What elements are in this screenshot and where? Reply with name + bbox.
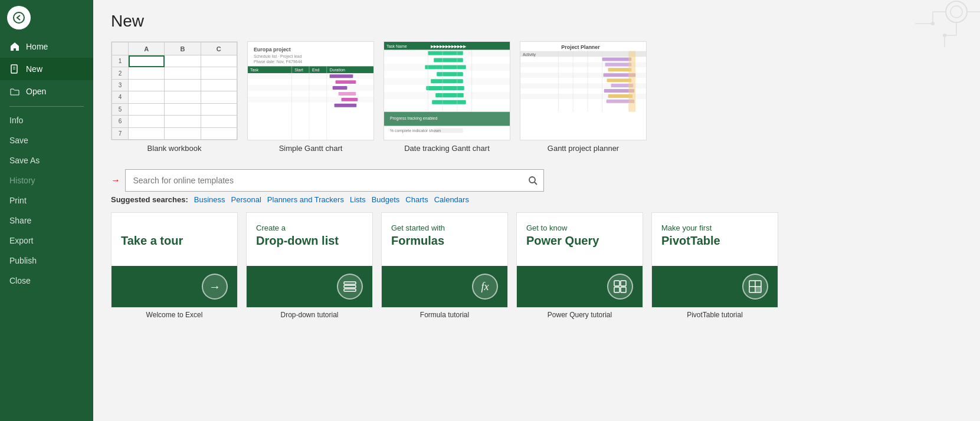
suggested-searches: Suggested searches: Business Personal Pl…: [111, 195, 962, 204]
tag-planners[interactable]: Planners and Trackers: [267, 195, 344, 204]
svg-rect-85: [605, 63, 632, 66]
sidebar-item-print[interactable]: Print: [0, 190, 93, 210]
tutorial-dropdown[interactable]: Create a Drop-down list Drop-down tutori…: [246, 212, 373, 321]
sidebar-divider: [9, 106, 84, 107]
template-gantt-planner[interactable]: Project Planner Activity: [520, 41, 647, 153]
tutorial-pivot-table[interactable]: Make your first PivotTable PivotTable tu…: [651, 212, 778, 321]
sidebar-item-publish[interactable]: Publish: [0, 251, 93, 271]
sidebar-close-label: Close: [9, 276, 31, 285]
sidebar-open-label: Open: [26, 87, 46, 96]
sidebar-save-as-label: Save As: [9, 156, 40, 165]
tutorial-subtitle-dropdown: Create a: [256, 223, 363, 232]
tutorial-top-pivot-table: Make your first PivotTable: [652, 213, 778, 266]
tutorial-formulas[interactable]: Get started with Formulas fx Formula tut…: [381, 212, 508, 321]
tag-calendars[interactable]: Calendars: [434, 195, 469, 204]
sidebar-item-history: History: [0, 170, 93, 190]
tag-business[interactable]: Business: [194, 195, 225, 204]
sidebar-item-new[interactable]: New ←: [0, 58, 93, 80]
template-gantt-simple[interactable]: Europa project Schedule list · Project l…: [247, 41, 374, 153]
home-icon: [9, 41, 20, 52]
sidebar-item-info[interactable]: Info: [0, 110, 93, 130]
search-button[interactable]: [522, 170, 543, 191]
sidebar-item-home[interactable]: Home: [0, 35, 93, 58]
tutorial-subtitle-power-query: Get to know: [526, 223, 633, 232]
tutorial-icon-pivot-table: [742, 274, 768, 300]
page-title: New: [111, 12, 962, 31]
svg-rect-46: [434, 58, 463, 63]
sidebar-history-label: History: [9, 176, 35, 185]
tutorial-top-formulas: Get started with Formulas: [382, 213, 507, 266]
col-c: C: [201, 42, 237, 55]
svg-rect-86: [608, 68, 632, 71]
svg-rect-101: [614, 287, 620, 292]
tag-lists[interactable]: Lists: [350, 195, 366, 204]
tutorial-title-formulas: Formulas: [391, 233, 498, 248]
sidebar-publish-label: Publish: [9, 256, 37, 265]
svg-rect-48: [425, 65, 466, 69]
sidebar-item-save[interactable]: Save: [0, 130, 93, 150]
blank-thumb: A B C 1 2 3 4: [111, 41, 238, 140]
folder-icon: [9, 86, 20, 97]
tag-budgets[interactable]: Budgets: [372, 195, 400, 204]
svg-rect-44: [428, 51, 463, 55]
tutorial-row: Take a tour → Welcome to Excel Create a …: [111, 212, 962, 321]
tutorial-label-pivot-table: PivotTable tutorial: [684, 311, 745, 321]
template-blank[interactable]: A B C 1 2 3 4: [111, 41, 238, 153]
gantt-date-thumb: Task Name ▶▶▶▶▶▶▶▶▶▶▶▶: [384, 41, 510, 140]
main-content: New A B C 1 2: [93, 0, 980, 421]
tutorial-card-dropdown[interactable]: Create a Drop-down list: [246, 212, 373, 308]
svg-rect-56: [435, 93, 464, 97]
tutorial-title-dropdown: Drop-down list: [256, 233, 363, 248]
suggested-label: Suggested searches:: [111, 195, 188, 204]
tutorial-bottom-take-tour: →: [112, 266, 237, 307]
gantt-simple-thumb: Europa project Schedule list · Project l…: [247, 41, 374, 140]
templates-row: A B C 1 2 3 4: [111, 41, 962, 153]
tutorial-card-take-tour[interactable]: Take a tour →: [111, 212, 238, 308]
sidebar-export-label: Export: [9, 236, 33, 245]
sidebar-item-export[interactable]: Export: [0, 231, 93, 251]
tag-personal[interactable]: Personal: [231, 195, 261, 204]
svg-rect-31: [336, 80, 356, 84]
tutorial-card-power-query[interactable]: Get to know Power Query: [516, 212, 643, 308]
svg-rect-34: [342, 98, 358, 101]
svg-rect-52: [431, 79, 463, 83]
search-input[interactable]: [126, 171, 522, 190]
svg-rect-96: [344, 282, 356, 284]
svg-text:Task Name: Task Name: [386, 44, 407, 48]
sidebar-item-open[interactable]: Open: [0, 80, 93, 103]
tag-charts[interactable]: Charts: [405, 195, 428, 204]
svg-line-95: [535, 182, 537, 185]
back-button[interactable]: [7, 6, 31, 29]
svg-text:Activity: Activity: [523, 52, 536, 57]
svg-text:Phase date: Nov, P479644: Phase date: Nov, P479644: [254, 60, 302, 64]
svg-rect-32: [333, 86, 348, 90]
tutorial-top-dropdown: Create a Drop-down list: [247, 213, 372, 266]
sidebar-item-close[interactable]: Close: [0, 271, 93, 291]
svg-point-0: [14, 12, 24, 23]
new-file-icon: [9, 64, 20, 74]
row-1: 1: [112, 55, 129, 67]
blank-label: Blank workbook: [148, 144, 202, 153]
cell-a1[interactable]: [129, 55, 165, 67]
svg-rect-84: [602, 58, 632, 61]
col-a: A: [129, 42, 165, 55]
col-b: B: [165, 42, 201, 55]
svg-text:Task: Task: [250, 68, 259, 72]
sidebar-item-save-as[interactable]: Save As: [0, 150, 93, 170]
tutorial-card-formulas[interactable]: Get started with Formulas fx: [381, 212, 508, 308]
sidebar-new-label: New: [26, 64, 42, 74]
svg-text:Start: Start: [294, 68, 303, 72]
tutorial-bottom-dropdown: [247, 266, 372, 307]
svg-text:Progress tracking enabled: Progress tracking enabled: [390, 116, 438, 121]
tutorial-take-tour[interactable]: Take a tour → Welcome to Excel: [111, 212, 238, 321]
tutorial-bottom-pivot-table: [652, 266, 778, 307]
svg-rect-54: [426, 86, 464, 90]
svg-text:Schedule list · Project lead: Schedule list · Project lead: [254, 54, 302, 59]
svg-point-14: [943, 34, 946, 37]
tutorial-power-query[interactable]: Get to know Power Query Power Query tuto…: [516, 212, 643, 321]
svg-rect-33: [339, 92, 356, 96]
tutorial-card-pivot-table[interactable]: Make your first PivotTable: [651, 212, 778, 308]
sidebar-item-share[interactable]: Share: [0, 210, 93, 231]
template-gantt-date[interactable]: Task Name ▶▶▶▶▶▶▶▶▶▶▶▶: [384, 41, 510, 153]
svg-text:% complete indicator shown: % complete indicator shown: [390, 129, 441, 133]
